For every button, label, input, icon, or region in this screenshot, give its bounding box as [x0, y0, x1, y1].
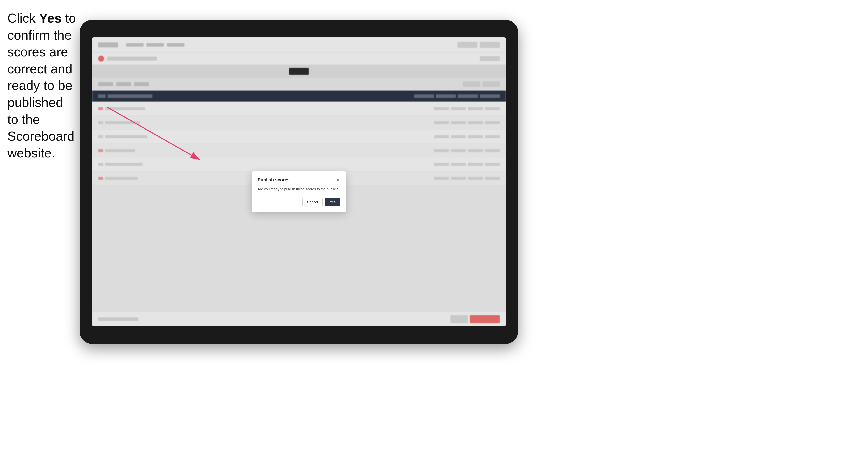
dialog-close-button[interactable]: ×	[335, 178, 340, 183]
cancel-button[interactable]: Cancel	[303, 198, 323, 206]
dialog-overlay: Publish scores × Are you ready to publis…	[92, 37, 506, 326]
dialog-title: Publish scores	[258, 178, 289, 183]
dialog-header: Publish scores ×	[258, 178, 340, 183]
tablet-device: Publish scores × Are you ready to publis…	[80, 20, 518, 344]
tablet-screen: Publish scores × Are you ready to publis…	[92, 37, 506, 326]
dialog-body: Are you ready to publish these scores to…	[258, 187, 340, 192]
dialog-footer: Cancel Yes	[258, 198, 340, 206]
yes-button[interactable]: Yes	[325, 198, 340, 206]
publish-scores-dialog: Publish scores × Are you ready to publis…	[252, 172, 346, 212]
instruction-text: Click Yes to confirm the scores are corr…	[7, 10, 77, 161]
